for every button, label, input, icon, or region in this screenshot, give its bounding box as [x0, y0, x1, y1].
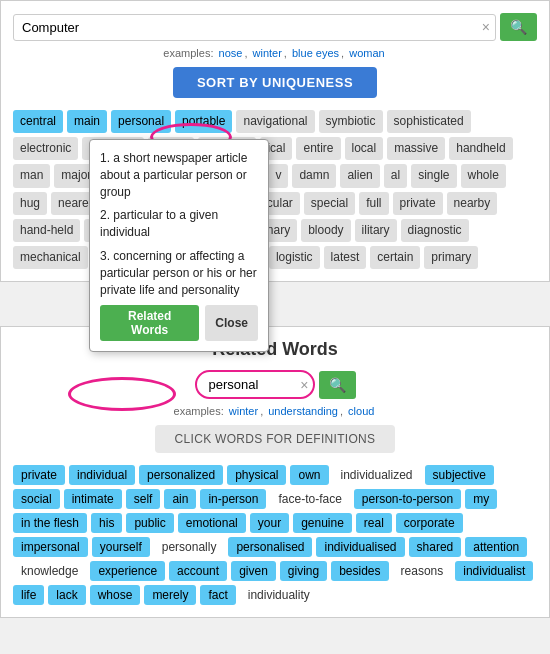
top-tag-private[interactable]: private — [393, 192, 443, 215]
bottom-search-button[interactable]: 🔍 — [319, 371, 356, 399]
bottom-tag-in-the-flesh[interactable]: in the flesh — [13, 513, 87, 533]
bottom-tag-physical[interactable]: physical — [227, 465, 286, 485]
bottom-tag-fact[interactable]: fact — [200, 585, 235, 605]
bottom-tag-personalized[interactable]: personalized — [139, 465, 223, 485]
bottom-tag-besides[interactable]: besides — [331, 561, 388, 581]
bottom-tag-personalised[interactable]: personalised — [228, 537, 312, 557]
top-tag-single[interactable]: single — [411, 164, 456, 187]
top-tag-whole[interactable]: whole — [461, 164, 506, 187]
top-tag-ilitary[interactable]: ilitary — [355, 219, 397, 242]
top-tag-main[interactable]: main — [67, 110, 107, 133]
top-tag-primary[interactable]: primary — [424, 246, 478, 269]
bottom-tag-individuality[interactable]: individuality — [240, 585, 318, 605]
top-tag-portable[interactable]: portable — [175, 110, 232, 133]
bottom-tag-genuine[interactable]: genuine — [293, 513, 352, 533]
top-tag-electronic[interactable]: electronic — [13, 137, 78, 160]
bottom-tag-individualist[interactable]: individualist — [455, 561, 533, 581]
top-tag-navigational[interactable]: navigational — [236, 110, 314, 133]
top-tag-sophisticated[interactable]: sophisticated — [387, 110, 471, 133]
bottom-tag-giving[interactable]: giving — [280, 561, 327, 581]
example-winter[interactable]: winter — [253, 47, 282, 59]
bottom-tag-real[interactable]: real — [356, 513, 392, 533]
bottom-tag-my[interactable]: my — [465, 489, 497, 509]
top-tag-diagnostic[interactable]: diagnostic — [401, 219, 469, 242]
bottom-tag-lack[interactable]: lack — [48, 585, 85, 605]
top-tag-logistic[interactable]: logistic — [269, 246, 320, 269]
bottom-search-wrap: × — [195, 370, 315, 399]
bottom-tag-experience[interactable]: experience — [90, 561, 165, 581]
tooltip-def1: 1. a short newspaper article about a par… — [100, 150, 258, 200]
bottom-tag-in-person[interactable]: in-person — [200, 489, 266, 509]
top-tag-central[interactable]: central — [13, 110, 63, 133]
bottom-tag-knowledge[interactable]: knowledge — [13, 561, 86, 581]
top-tag-certain[interactable]: certain — [370, 246, 420, 269]
bottom-tag-self[interactable]: self — [126, 489, 161, 509]
bottom-tag-emotional[interactable]: emotional — [178, 513, 246, 533]
top-tag-hand-held[interactable]: hand-held — [13, 219, 80, 242]
bottom-example-cloud[interactable]: cloud — [348, 405, 374, 417]
bottom-tag-personally[interactable]: personally — [154, 537, 225, 557]
bottom-tag-impersonal[interactable]: impersonal — [13, 537, 88, 557]
sort-by-uniqueness-button[interactable]: SORT BY UNIQUENESS — [173, 67, 377, 98]
top-tag-bloody[interactable]: bloody — [301, 219, 350, 242]
bottom-tag-given[interactable]: given — [231, 561, 276, 581]
top-tag-man[interactable]: man — [13, 164, 50, 187]
bottom-tag-reasons[interactable]: reasons — [393, 561, 452, 581]
bottom-tag-own[interactable]: own — [290, 465, 328, 485]
bottom-tag-individual[interactable]: individual — [69, 465, 135, 485]
tooltip-close-button[interactable]: Close — [205, 305, 258, 341]
bottom-tag-face-to-face[interactable]: face-to-face — [270, 489, 349, 509]
bottom-example-understanding[interactable]: understanding — [268, 405, 338, 417]
top-search-wrap: × — [13, 14, 496, 41]
top-tag-entire[interactable]: entire — [296, 137, 340, 160]
bottom-tag-account[interactable]: account — [169, 561, 227, 581]
bottom-tag-attention[interactable]: attention — [465, 537, 527, 557]
bottom-tag-individualised[interactable]: individualised — [316, 537, 404, 557]
bottom-tag-private[interactable]: private — [13, 465, 65, 485]
bottom-search-input[interactable] — [195, 370, 315, 399]
bottom-tag-merely[interactable]: merely — [144, 585, 196, 605]
top-tag-special[interactable]: special — [304, 192, 355, 215]
top-tag-hug[interactable]: hug — [13, 192, 47, 215]
top-search-input[interactable] — [13, 14, 496, 41]
click-words-button[interactable]: CLICK WORDS FOR DEFINITIONS — [155, 425, 396, 453]
top-tag-local[interactable]: local — [345, 137, 384, 160]
top-tag-full[interactable]: full — [359, 192, 388, 215]
bottom-tag-shared[interactable]: shared — [409, 537, 462, 557]
bottom-tag-corporate[interactable]: corporate — [396, 513, 463, 533]
bottom-tag-individualized[interactable]: individualized — [333, 465, 421, 485]
bottom-tag-your[interactable]: your — [250, 513, 289, 533]
top-tag-handheld[interactable]: handheld — [449, 137, 512, 160]
bottom-tag-social[interactable]: social — [13, 489, 60, 509]
top-search-button[interactable]: 🔍 — [500, 13, 537, 41]
top-tag-symbiotic[interactable]: symbiotic — [319, 110, 383, 133]
top-tag-latest[interactable]: latest — [324, 246, 367, 269]
bottom-tag-intimate[interactable]: intimate — [64, 489, 122, 509]
example-woman[interactable]: woman — [349, 47, 384, 59]
tooltip-box: 1. a short newspaper article about a par… — [89, 139, 269, 352]
top-tag-massive[interactable]: massive — [387, 137, 445, 160]
tooltip-related-words-button[interactable]: Related Words — [100, 305, 199, 341]
top-tag-v[interactable]: v — [268, 164, 288, 187]
bottom-tag-person-to-person[interactable]: person-to-person — [354, 489, 461, 509]
example-blue-eyes[interactable]: blue eyes — [292, 47, 339, 59]
top-tag-damn[interactable]: damn — [292, 164, 336, 187]
top-tag-nearby[interactable]: nearby — [447, 192, 498, 215]
bottom-examples: examples: winter, understanding, cloud — [13, 405, 537, 417]
top-tag-alien[interactable]: alien — [340, 164, 379, 187]
top-tag-personal[interactable]: personal — [111, 110, 171, 133]
bottom-tag-whose[interactable]: whose — [90, 585, 141, 605]
top-clear-button[interactable]: × — [482, 19, 490, 35]
bottom-tag-public[interactable]: public — [126, 513, 173, 533]
bottom-tag-ain[interactable]: ain — [164, 489, 196, 509]
bottom-search-row: × 🔍 — [13, 370, 537, 399]
bottom-tag-life[interactable]: life — [13, 585, 44, 605]
bottom-clear-button[interactable]: × — [300, 377, 308, 393]
top-tag-mechanical[interactable]: mechanical — [13, 246, 88, 269]
bottom-tag-his[interactable]: his — [91, 513, 122, 533]
bottom-tag-yourself[interactable]: yourself — [92, 537, 150, 557]
bottom-tag-subjective[interactable]: subjective — [425, 465, 494, 485]
bottom-example-winter[interactable]: winter — [229, 405, 258, 417]
top-tag-al[interactable]: al — [384, 164, 407, 187]
example-nose[interactable]: nose — [219, 47, 243, 59]
